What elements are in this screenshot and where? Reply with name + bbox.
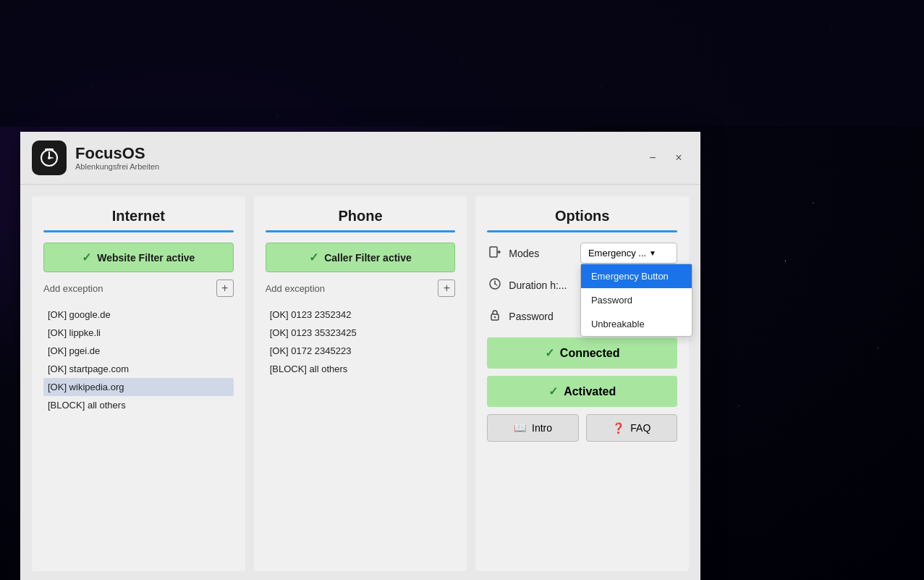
modes-dropdown: Emergency Button Password Unbreakable [580, 264, 692, 337]
list-item[interactable]: [OK] google.de [43, 306, 234, 324]
internet-add-exception-button[interactable]: + [216, 280, 234, 297]
website-filter-button[interactable]: ✓ Website Filter active [43, 243, 234, 272]
internet-add-exception-row: Add exception + [43, 280, 234, 297]
activated-label: Activated [564, 385, 616, 398]
close-button[interactable]: × [669, 148, 689, 168]
options-divider [487, 230, 677, 232]
internet-divider [43, 230, 234, 232]
list-item[interactable]: [OK] 0123 35323425 [266, 324, 456, 342]
intro-label: Intro [532, 422, 552, 434]
list-item[interactable]: [OK] pgei.de [43, 342, 234, 360]
activated-button[interactable]: ✓ Activated [487, 376, 677, 407]
title-bar: FocusOS Ablenkungsfrei Arbeiten − × [20, 132, 700, 185]
phone-panel: Phone ✓ Caller Filter active Add excepti… [254, 196, 467, 571]
dropdown-item-emergency-button[interactable]: Emergency Button [581, 264, 692, 288]
faq-button[interactable]: ❓ FAQ [586, 414, 677, 442]
list-item[interactable]: [OK] 0172 2345223 [266, 342, 456, 360]
list-item[interactable]: [OK] 0123 2352342 [266, 306, 456, 324]
app-logo [32, 140, 67, 175]
phone-divider [266, 230, 456, 232]
list-item[interactable]: [BLOCK] all others [266, 360, 456, 378]
check-icon: ✓ [309, 251, 318, 264]
internet-panel-title: Internet [43, 208, 234, 224]
dropdown-item-unbreakable[interactable]: Unbreakable [581, 312, 692, 336]
caller-filter-button[interactable]: ✓ Caller Filter active [266, 243, 456, 272]
app-subtitle: Ablenkungsfrei Arbeiten [75, 162, 159, 171]
svg-rect-6 [490, 247, 497, 257]
list-item[interactable]: [BLOCK] all others [43, 396, 234, 414]
connected-check-icon: ✓ [545, 346, 554, 360]
content-area: Internet ✓ Website Filter active Add exc… [20, 185, 700, 580]
chevron-down-icon: ▼ [649, 249, 656, 257]
phone-list: [OK] 0123 2352342 [OK] 0123 35323425 [OK… [266, 306, 456, 378]
dropdown-item-password[interactable]: Password [581, 288, 692, 312]
phone-add-exception-row: Add exception + [266, 280, 456, 297]
options-panel: Options Modes Emergency ... ▼ [475, 196, 689, 571]
svg-line-10 [495, 284, 497, 285]
book-icon: 📖 [514, 422, 526, 434]
caller-filter-label: Caller Filter active [324, 252, 412, 264]
connected-label: Connected [560, 347, 620, 360]
phone-add-exception-label: Add exception [266, 283, 325, 294]
list-item[interactable]: [OK] lippke.li [43, 324, 234, 342]
website-filter-label: Website Filter active [97, 252, 195, 264]
phone-panel-title: Phone [266, 208, 456, 224]
title-text: FocusOS Ablenkungsfrei Arbeiten [75, 145, 159, 171]
internet-add-exception-label: Add exception [43, 283, 103, 294]
list-item[interactable]: [OK] startpage.com [43, 360, 234, 378]
internet-panel: Internet ✓ Website Filter active Add exc… [32, 196, 245, 571]
check-icon: ✓ [82, 251, 91, 264]
modes-current-value: Emergency ... [588, 248, 646, 259]
modes-select-wrapper: Emergency ... ▼ Emergency Button Passwor… [580, 243, 677, 264]
bottom-row: 📖 Intro ❓ FAQ [487, 414, 677, 442]
internet-list: [OK] google.de [OK] lippke.li [OK] pgei.… [43, 306, 234, 414]
activated-check-icon: ✓ [548, 384, 558, 398]
lock-icon [487, 308, 503, 324]
modes-row: Modes Emergency ... ▼ Emergency Button P… [487, 243, 677, 264]
duration-icon [487, 277, 503, 293]
modes-label: Modes [509, 248, 575, 259]
phone-add-exception-button[interactable]: + [438, 280, 455, 297]
window-controls: − × [643, 148, 689, 168]
question-icon: ❓ [612, 422, 624, 434]
intro-button[interactable]: 📖 Intro [487, 414, 578, 442]
minimize-button[interactable]: − [643, 148, 663, 168]
svg-point-12 [494, 316, 496, 317]
faq-label: FAQ [630, 422, 650, 434]
modes-dropdown-button[interactable]: Emergency ... ▼ [580, 243, 677, 264]
main-window: FocusOS Ablenkungsfrei Arbeiten − × Inte… [20, 132, 700, 580]
svg-rect-5 [45, 148, 54, 151]
list-item-selected[interactable]: [OK] wikipedia.org [43, 378, 234, 396]
connected-button[interactable]: ✓ Connected [487, 337, 677, 369]
title-left: FocusOS Ablenkungsfrei Arbeiten [32, 140, 159, 175]
app-title: FocusOS [75, 145, 159, 162]
options-panel-title: Options [487, 208, 677, 224]
modes-icon [487, 245, 503, 261]
